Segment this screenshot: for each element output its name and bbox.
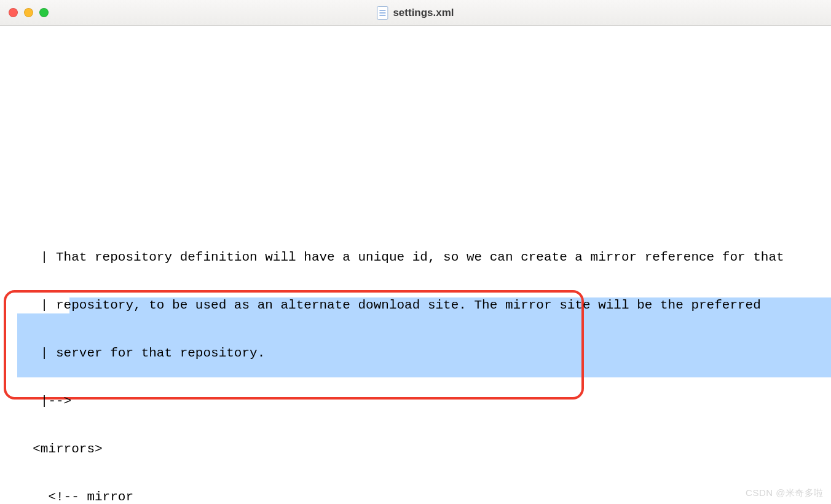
window-controls [9, 8, 49, 17]
window-title: settings.xml [377, 6, 454, 20]
code-line[interactable]: | That repository definition will have a… [0, 250, 831, 266]
code-line[interactable]: <mirrors> [0, 441, 831, 457]
text-editor[interactable]: | That repository definition will have a… [0, 26, 831, 504]
close-button[interactable] [9, 8, 18, 17]
document-icon [377, 6, 388, 20]
zoom-button[interactable] [39, 8, 49, 17]
code-line[interactable]: <!-- mirror [0, 489, 831, 504]
code-line[interactable]: | server for that repository. [0, 345, 831, 361]
window-title-text: settings.xml [393, 7, 454, 19]
minimize-button[interactable] [24, 8, 33, 17]
code-line[interactable]: |--> [0, 393, 831, 409]
watermark: CSDN @米奇多啦 [746, 487, 824, 499]
window-titlebar: settings.xml [0, 0, 831, 26]
code-line[interactable]: | repository, to be used as an alternate… [0, 297, 831, 313]
